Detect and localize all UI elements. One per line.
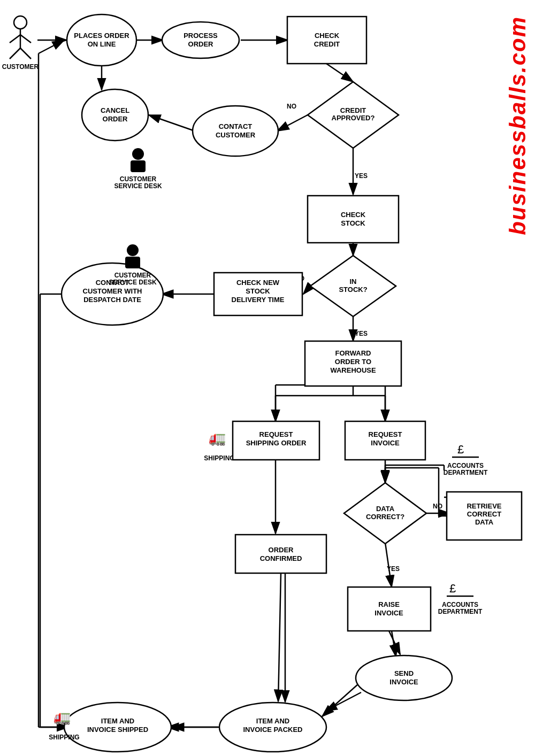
- csd1-label: CUSTOMER: [120, 175, 157, 183]
- item-packed-text: ITEM AND: [256, 717, 289, 725]
- svg-line-36: [10, 48, 20, 59]
- cancel-order-text2: ORDER: [103, 115, 128, 123]
- accounts-label2b: DEPARTMENT: [438, 608, 483, 615]
- svg-line-35: [20, 35, 31, 43]
- accounts-label2: ACCOUNTS: [442, 601, 478, 608]
- raise-invoice-text2: INVOICE: [374, 609, 403, 617]
- svg-line-10: [303, 286, 310, 294]
- check-new-stock-text2: STOCK: [246, 287, 270, 295]
- check-new-stock-text: CHECK NEW: [236, 279, 280, 287]
- check-stock-text: CHECK: [341, 211, 366, 219]
- svg-line-34: [10, 35, 20, 43]
- svg-line-58: [39, 40, 64, 53]
- in-stock-text: IN: [350, 277, 357, 286]
- credit-approved-text2: APPROVED?: [332, 114, 375, 122]
- order-confirmed-text: ORDER: [269, 546, 294, 554]
- item-packed-text2: INVOICE PACKED: [243, 726, 303, 734]
- customer-head: [14, 16, 27, 29]
- retrieve-correct-text: RETRIEVE: [467, 502, 501, 510]
- forward-order-text: FORWARD: [335, 349, 371, 357]
- check-stock-text2: STOCK: [341, 219, 365, 227]
- svg-line-37: [20, 48, 31, 59]
- shipping-icon2: 🚛: [54, 708, 71, 726]
- no-label-1: NO: [287, 103, 296, 110]
- check-credit-text: CHECK: [315, 32, 340, 40]
- svg-line-52: [278, 573, 281, 701]
- item-shipped-text: ITEM AND: [101, 717, 134, 725]
- yes-label-2: YES: [355, 330, 368, 337]
- svg-rect-39: [131, 160, 146, 172]
- request-shipping-text: REQUEST: [259, 430, 293, 438]
- flowchart-svg: NO YES NO YES: [0, 0, 535, 756]
- retrieve-correct-text3: DATA: [475, 518, 494, 526]
- yes-label-3: YES: [387, 565, 400, 573]
- contact-customer2-text2: CUSTOMER WITH: [83, 287, 142, 295]
- send-invoice-text: SEND: [394, 669, 414, 677]
- contact-customer2-text3: DESPATCH DATE: [83, 296, 141, 304]
- contact-customer-text2: CUSTOMER: [216, 131, 256, 139]
- cancel-order-text: CANCEL: [101, 106, 129, 114]
- item-shipped-text2: INVOICE SHIPPED: [87, 726, 148, 734]
- check-new-stock-text3: DELIVERY TIME: [232, 296, 285, 304]
- svg-line-54: [325, 692, 361, 711]
- csd2-label2: SERVICE DESK: [109, 279, 156, 286]
- send-invoice-text2: INVOICE: [389, 678, 418, 686]
- check-credit-text2: CREDIT: [314, 40, 340, 48]
- process-order-text: PROCESS: [184, 32, 218, 40]
- retrieve-correct-text2: CORRECT: [467, 510, 501, 518]
- no-label-3: NO: [433, 503, 442, 510]
- data-correct-text2: CORRECT?: [366, 513, 404, 521]
- shipping-label1: SHIPPING: [204, 454, 234, 462]
- request-invoice-text: REQUEST: [369, 430, 402, 438]
- raise-invoice-text: RAISE: [378, 600, 400, 608]
- accounts-label1b: DEPARTMENT: [444, 469, 488, 476]
- flowchart-container: businessballs.com NO YES NO: [0, 0, 535, 756]
- request-invoice-text2: INVOICE: [371, 439, 400, 447]
- data-correct-text: DATA: [376, 505, 395, 513]
- svg-point-38: [132, 148, 144, 160]
- accounts-icon2: £: [449, 582, 456, 595]
- in-stock-text2: STOCK?: [339, 286, 367, 294]
- contact-customer-text: CONTACT: [219, 122, 253, 130]
- forward-order-text3: WAREHOUSE: [330, 366, 376, 374]
- csd1-label2: SERVICE DESK: [114, 182, 162, 190]
- process-order-text2: ORDER: [188, 40, 214, 48]
- svg-rect-41: [125, 257, 140, 268]
- forward-order-text2: ORDER TO: [335, 358, 371, 366]
- shipping-icon1: 🚛: [209, 429, 226, 446]
- svg-line-7: [149, 115, 195, 131]
- csd2-label: CUSTOMER: [114, 272, 151, 279]
- accounts-label1: ACCOUNTS: [447, 462, 484, 469]
- credit-approved-text: CREDIT: [340, 106, 366, 114]
- order-confirmed-text2: CONFIRMED: [260, 554, 302, 562]
- shipping-label2: SHIPPING: [49, 734, 79, 741]
- customer-label: CUSTOMER: [2, 63, 39, 71]
- svg-point-40: [127, 244, 139, 256]
- yes-label-1: YES: [355, 172, 368, 180]
- accounts-icon1: £: [457, 443, 464, 456]
- places-order-text: PLACES ORDER: [74, 32, 129, 40]
- svg-line-4: [326, 64, 353, 82]
- svg-line-5: [277, 115, 308, 131]
- places-order-text2: ON LINE: [88, 40, 116, 48]
- request-shipping-text2: SHIPPING ORDER: [246, 439, 307, 447]
